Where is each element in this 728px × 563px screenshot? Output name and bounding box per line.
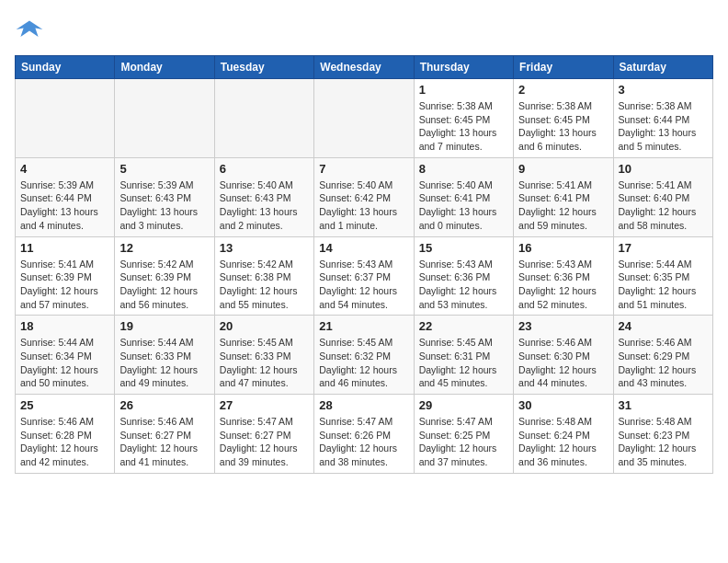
day-number: 24 — [619, 319, 708, 333]
day-number: 8 — [419, 162, 508, 176]
day-info: Sunrise: 5:44 AMSunset: 6:33 PMDaylight:… — [119, 336, 209, 390]
day-number: 19 — [119, 319, 209, 333]
calendar-week-5: 25Sunrise: 5:46 AMSunset: 6:28 PMDayligh… — [16, 395, 713, 474]
calendar-week-2: 4Sunrise: 5:39 AMSunset: 6:44 PMDaylight… — [16, 157, 713, 236]
calendar-header-row: SundayMondayTuesdayWednesdayThursdayFrid… — [16, 56, 713, 79]
day-number: 23 — [518, 319, 608, 333]
day-number: 12 — [119, 241, 209, 255]
calendar-cell: 29Sunrise: 5:47 AMSunset: 6:25 PMDayligh… — [414, 395, 513, 474]
logo — [15, 15, 48, 44]
day-info: Sunrise: 5:43 AMSunset: 6:36 PMDaylight:… — [518, 258, 608, 312]
day-info: Sunrise: 5:40 AMSunset: 6:43 PMDaylight:… — [220, 178, 309, 233]
column-header-thursday: Thursday — [414, 56, 513, 79]
calendar-week-4: 18Sunrise: 5:44 AMSunset: 6:34 PMDayligh… — [16, 316, 713, 395]
calendar-cell: 3Sunrise: 5:38 AMSunset: 6:44 PMDaylight… — [613, 79, 712, 158]
calendar-cell: 28Sunrise: 5:47 AMSunset: 6:26 PMDayligh… — [314, 395, 414, 474]
calendar-cell — [16, 79, 115, 158]
day-info: Sunrise: 5:41 AMSunset: 6:40 PMDaylight:… — [619, 178, 708, 233]
calendar-cell: 16Sunrise: 5:43 AMSunset: 6:36 PMDayligh… — [514, 236, 613, 316]
day-number: 31 — [619, 398, 708, 412]
day-info: Sunrise: 5:38 AMSunset: 6:44 PMDaylight:… — [619, 99, 708, 154]
day-info: Sunrise: 5:41 AMSunset: 6:41 PMDaylight:… — [518, 178, 608, 233]
day-number: 20 — [220, 319, 309, 333]
calendar-cell: 8Sunrise: 5:40 AMSunset: 6:41 PMDaylight… — [414, 157, 513, 236]
day-info: Sunrise: 5:38 AMSunset: 6:45 PMDaylight:… — [419, 99, 508, 154]
calendar-cell: 13Sunrise: 5:42 AMSunset: 6:38 PMDayligh… — [214, 236, 313, 316]
calendar-week-3: 11Sunrise: 5:41 AMSunset: 6:39 PMDayligh… — [16, 236, 713, 316]
day-number: 10 — [619, 162, 708, 176]
day-number: 15 — [419, 241, 508, 255]
day-info: Sunrise: 5:42 AMSunset: 6:39 PMDaylight:… — [119, 258, 209, 312]
day-info: Sunrise: 5:42 AMSunset: 6:38 PMDaylight:… — [220, 258, 309, 312]
column-header-wednesday: Wednesday — [314, 56, 414, 79]
calendar-cell: 12Sunrise: 5:42 AMSunset: 6:39 PMDayligh… — [115, 236, 214, 316]
calendar-cell: 15Sunrise: 5:43 AMSunset: 6:36 PMDayligh… — [414, 236, 513, 316]
day-number: 13 — [220, 241, 309, 255]
calendar-cell: 20Sunrise: 5:45 AMSunset: 6:33 PMDayligh… — [214, 316, 313, 395]
calendar-cell: 4Sunrise: 5:39 AMSunset: 6:44 PMDaylight… — [16, 157, 115, 236]
calendar-cell: 30Sunrise: 5:48 AMSunset: 6:24 PMDayligh… — [514, 395, 613, 474]
svg-marker-0 — [17, 20, 43, 37]
calendar-cell: 14Sunrise: 5:43 AMSunset: 6:37 PMDayligh… — [314, 236, 414, 316]
day-info: Sunrise: 5:46 AMSunset: 6:28 PMDaylight:… — [20, 415, 109, 469]
day-number: 22 — [419, 319, 508, 333]
logo-icon — [15, 15, 44, 44]
day-number: 18 — [20, 319, 109, 333]
day-info: Sunrise: 5:39 AMSunset: 6:43 PMDaylight:… — [119, 178, 209, 233]
day-number: 26 — [119, 398, 209, 412]
day-number: 11 — [20, 241, 109, 255]
day-info: Sunrise: 5:40 AMSunset: 6:42 PMDaylight:… — [319, 178, 408, 233]
day-number: 27 — [220, 398, 309, 412]
day-number: 5 — [119, 162, 209, 176]
calendar-cell: 6Sunrise: 5:40 AMSunset: 6:43 PMDaylight… — [214, 157, 313, 236]
calendar-cell: 27Sunrise: 5:47 AMSunset: 6:27 PMDayligh… — [214, 395, 313, 474]
day-number: 17 — [619, 241, 708, 255]
calendar-cell — [214, 79, 313, 158]
calendar-cell: 18Sunrise: 5:44 AMSunset: 6:34 PMDayligh… — [16, 316, 115, 395]
day-info: Sunrise: 5:47 AMSunset: 6:27 PMDaylight:… — [220, 415, 309, 469]
calendar-cell: 1Sunrise: 5:38 AMSunset: 6:45 PMDaylight… — [414, 79, 513, 158]
day-number: 16 — [518, 241, 608, 255]
calendar-cell: 24Sunrise: 5:46 AMSunset: 6:29 PMDayligh… — [613, 316, 712, 395]
day-number: 1 — [419, 83, 508, 97]
calendar-week-1: 1Sunrise: 5:38 AMSunset: 6:45 PMDaylight… — [16, 79, 713, 158]
day-info: Sunrise: 5:41 AMSunset: 6:39 PMDaylight:… — [20, 258, 109, 312]
day-info: Sunrise: 5:48 AMSunset: 6:23 PMDaylight:… — [619, 415, 708, 469]
day-number: 6 — [220, 162, 309, 176]
calendar-cell: 19Sunrise: 5:44 AMSunset: 6:33 PMDayligh… — [115, 316, 214, 395]
day-number: 2 — [518, 83, 608, 97]
day-info: Sunrise: 5:44 AMSunset: 6:35 PMDaylight:… — [619, 258, 708, 312]
column-header-monday: Monday — [115, 56, 214, 79]
day-number: 9 — [518, 162, 608, 176]
calendar-cell: 9Sunrise: 5:41 AMSunset: 6:41 PMDaylight… — [514, 157, 613, 236]
calendar-cell: 26Sunrise: 5:46 AMSunset: 6:27 PMDayligh… — [115, 395, 214, 474]
column-header-tuesday: Tuesday — [214, 56, 313, 79]
day-info: Sunrise: 5:38 AMSunset: 6:45 PMDaylight:… — [518, 99, 608, 154]
column-header-friday: Friday — [514, 56, 613, 79]
calendar-cell: 21Sunrise: 5:45 AMSunset: 6:32 PMDayligh… — [314, 316, 414, 395]
day-info: Sunrise: 5:47 AMSunset: 6:26 PMDaylight:… — [319, 415, 408, 469]
calendar-cell: 11Sunrise: 5:41 AMSunset: 6:39 PMDayligh… — [16, 236, 115, 316]
column-header-saturday: Saturday — [613, 56, 712, 79]
day-info: Sunrise: 5:46 AMSunset: 6:30 PMDaylight:… — [518, 336, 608, 390]
calendar-cell: 10Sunrise: 5:41 AMSunset: 6:40 PMDayligh… — [613, 157, 712, 236]
day-info: Sunrise: 5:39 AMSunset: 6:44 PMDaylight:… — [20, 178, 109, 233]
day-info: Sunrise: 5:45 AMSunset: 6:32 PMDaylight:… — [319, 336, 408, 390]
calendar-cell: 22Sunrise: 5:45 AMSunset: 6:31 PMDayligh… — [414, 316, 513, 395]
day-info: Sunrise: 5:46 AMSunset: 6:27 PMDaylight:… — [119, 415, 209, 469]
day-info: Sunrise: 5:40 AMSunset: 6:41 PMDaylight:… — [419, 178, 508, 233]
day-info: Sunrise: 5:48 AMSunset: 6:24 PMDaylight:… — [518, 415, 608, 469]
day-number: 4 — [20, 162, 109, 176]
day-info: Sunrise: 5:46 AMSunset: 6:29 PMDaylight:… — [619, 336, 708, 390]
day-number: 29 — [419, 398, 508, 412]
day-number: 28 — [319, 398, 408, 412]
calendar-cell: 25Sunrise: 5:46 AMSunset: 6:28 PMDayligh… — [16, 395, 115, 474]
day-info: Sunrise: 5:45 AMSunset: 6:33 PMDaylight:… — [220, 336, 309, 390]
day-info: Sunrise: 5:43 AMSunset: 6:37 PMDaylight:… — [319, 258, 408, 312]
header — [15, 15, 713, 44]
calendar-cell: 7Sunrise: 5:40 AMSunset: 6:42 PMDaylight… — [314, 157, 414, 236]
day-info: Sunrise: 5:45 AMSunset: 6:31 PMDaylight:… — [419, 336, 508, 390]
day-info: Sunrise: 5:44 AMSunset: 6:34 PMDaylight:… — [20, 336, 109, 390]
calendar-cell — [115, 79, 214, 158]
day-number: 3 — [619, 83, 708, 97]
